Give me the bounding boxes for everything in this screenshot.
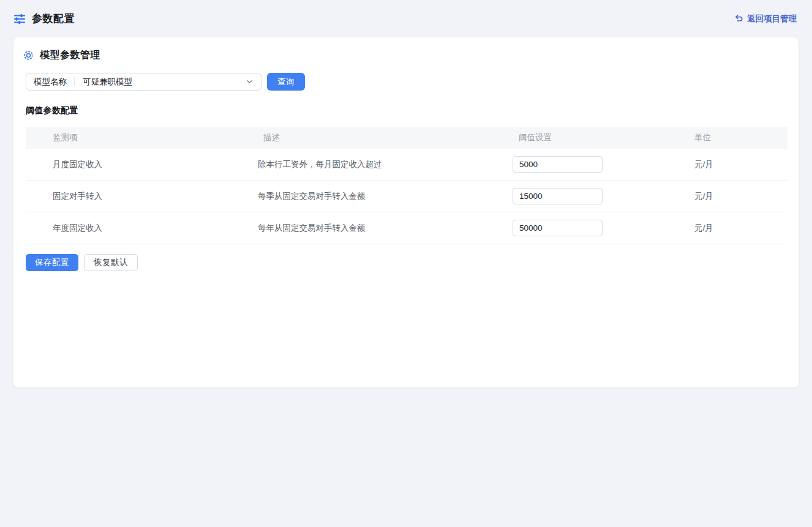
- row-item-label: 月度固定收入: [26, 159, 252, 170]
- sliders-icon: [13, 13, 26, 25]
- threshold-input[interactable]: [513, 220, 603, 236]
- page-title: 参数配置: [32, 12, 75, 26]
- panel-title: 模型参数管理: [40, 49, 100, 62]
- model-parameter-card: 模型参数管理 模型名称 可疑兼职模型 查询 阈值参数配置 监测项 描述 阈值设置…: [13, 37, 799, 387]
- column-header-item: 监测项: [26, 132, 252, 143]
- gear-icon: [23, 50, 34, 61]
- threshold-input[interactable]: [513, 156, 603, 173]
- table-header-row: 监测项 描述 阈值设置 单位: [26, 127, 788, 149]
- threshold-input[interactable]: [513, 188, 603, 204]
- row-unit-label: 元/月: [686, 159, 788, 170]
- model-select-label: 模型名称: [26, 77, 74, 88]
- threshold-section-title: 阈值参数配置: [26, 105, 786, 116]
- chevron-down-icon[interactable]: [246, 78, 254, 86]
- row-desc-label: 每季从固定交易对手转入金额: [252, 191, 506, 202]
- row-threshold-cell: [506, 156, 686, 173]
- query-row: 模型名称 可疑兼职模型 查询: [26, 73, 786, 91]
- header-left: 参数配置: [13, 12, 75, 26]
- actions-row: 保存配置 恢复默认: [26, 254, 786, 271]
- query-button[interactable]: 查询: [267, 73, 305, 91]
- row-item-label: 年度固定收入: [26, 223, 252, 234]
- table-row: 月度固定收入 除本行工资外，每月固定收入超过 元/月: [26, 149, 788, 181]
- back-link-label: 返回项目管理: [747, 13, 797, 24]
- model-name-select[interactable]: 模型名称 可疑兼职模型: [26, 73, 261, 91]
- table-row: 固定对手转入 每季从固定交易对手转入金额 元/月: [26, 181, 788, 212]
- row-unit-label: 元/月: [686, 223, 788, 234]
- model-select-value: 可疑兼职模型: [75, 77, 246, 88]
- back-to-projects-link[interactable]: 返回项目管理: [734, 13, 797, 24]
- row-unit-label: 元/月: [686, 191, 788, 202]
- row-desc-label: 每年从固定交易对手转入金额: [252, 223, 506, 234]
- table-row: 年度固定收入 每年从固定交易对手转入金额 元/月: [26, 212, 788, 244]
- row-desc-label: 除本行工资外，每月固定收入超过: [252, 159, 506, 170]
- row-threshold-cell: [506, 188, 686, 204]
- column-header-desc: 描述: [252, 132, 506, 143]
- save-config-button[interactable]: 保存配置: [26, 254, 78, 271]
- threshold-table: 监测项 描述 阈值设置 单位 月度固定收入 除本行工资外，每月固定收入超过 元/…: [26, 127, 788, 244]
- card-title-row: 模型参数管理: [23, 49, 786, 62]
- restore-defaults-button[interactable]: 恢复默认: [84, 254, 138, 271]
- row-threshold-cell: [506, 220, 686, 236]
- column-header-unit: 单位: [686, 132, 788, 143]
- return-arrow-icon: [734, 14, 743, 23]
- top-header: 参数配置 返回项目管理: [0, 0, 812, 37]
- row-item-label: 固定对手转入: [26, 191, 252, 202]
- column-header-threshold: 阈值设置: [506, 132, 686, 143]
